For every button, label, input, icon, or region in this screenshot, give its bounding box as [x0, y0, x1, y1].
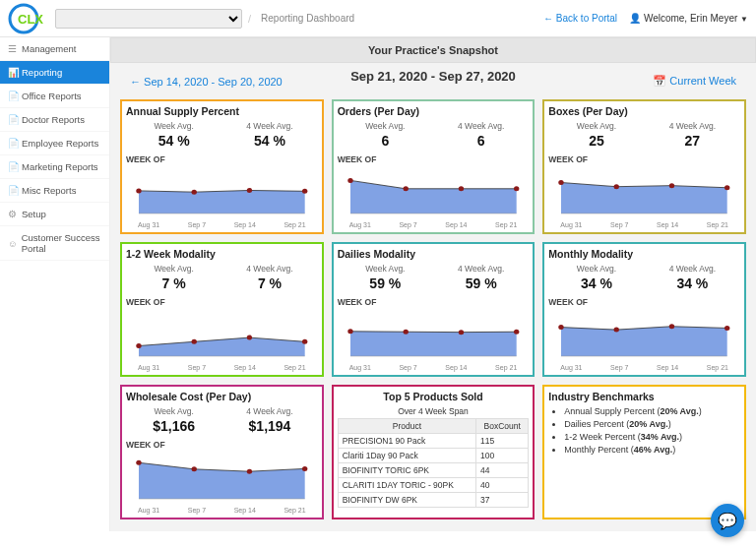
svg-point-9	[458, 186, 463, 191]
sidebar-item-reporting[interactable]: 📊Reporting	[0, 61, 109, 85]
week-avg-value: 7 %	[126, 274, 221, 295]
sidebar-item-employee-reports[interactable]: 📄Employee Reports	[0, 132, 109, 155]
table-row: Clariti 1Day 90 Pack100	[338, 449, 529, 463]
svg-point-22	[347, 329, 352, 334]
svg-point-8	[403, 186, 408, 191]
x-tick: Aug 31	[138, 364, 159, 371]
x-tick: Aug 31	[138, 221, 159, 228]
sidebar-item-label: Setup	[22, 209, 46, 219]
card-title: Monthly Modality	[548, 248, 740, 260]
x-tick: Sep 21	[284, 364, 305, 371]
table-row: BIOFINITY TORIC 6PK44	[338, 463, 529, 478]
menu-icon: 📄	[8, 185, 18, 196]
product-cell: BIOFINITY DW 6PK	[338, 493, 475, 508]
sidebar-item-label: Employee Reports	[22, 138, 98, 149]
card-wholesale: Wholesale Cost (Per Day)Week Avg.$1,1664…	[120, 385, 324, 519]
week-avg-label: Week Avg.	[548, 264, 644, 274]
week-avg-value: 34 %	[548, 274, 644, 295]
svg-point-7	[347, 178, 352, 183]
sidebar: ☰Management📊Reporting📄Office Reports📄Doc…	[0, 37, 110, 531]
menu-icon: 📄	[8, 114, 18, 125]
x-tick: Sep 14	[234, 221, 256, 228]
week-avg-label: Week Avg.	[126, 121, 221, 131]
card-title: Orders (Per Day)	[338, 105, 530, 117]
table-row: BIOFINITY DW 6PK37	[338, 493, 529, 508]
svg-point-5	[302, 189, 307, 194]
x-tick: Aug 31	[560, 221, 582, 228]
main-content: Your Practice's Snapshot ← Sep 14, 2020 …	[110, 37, 756, 531]
svg-point-14	[669, 183, 674, 188]
x-tick: Sep 7	[610, 364, 628, 371]
card-title: Wholesale Cost (Per Day)	[126, 391, 318, 402]
svg-point-27	[559, 325, 564, 330]
four-week-avg-label: 4 Week Avg.	[221, 264, 317, 274]
col-product: Product	[338, 419, 475, 434]
week-of-label: WEEK OF	[126, 297, 318, 307]
card-title: Boxes (Per Day)	[548, 105, 740, 117]
svg-point-33	[192, 466, 197, 471]
x-tick: Sep 7	[188, 507, 206, 514]
sidebar-item-doctor-reports[interactable]: 📄Doctor Reports	[0, 108, 109, 132]
current-week-link[interactable]: 📅 Current Week	[653, 75, 736, 88]
sidebar-item-management[interactable]: ☰Management	[0, 37, 109, 61]
x-tick: Sep 14	[234, 364, 256, 371]
benchmark-item: Dailies Percent (20% Avg.)	[564, 419, 740, 429]
svg-point-19	[247, 336, 252, 340]
week-avg-label: Week Avg.	[338, 264, 433, 274]
menu-icon: 📄	[8, 161, 18, 172]
prev-week-link[interactable]: ← Sep 14, 2020 - Sep 20, 2020	[130, 76, 283, 88]
count-cell: 115	[476, 434, 529, 449]
sidebar-item-label: Reporting	[22, 67, 62, 78]
svg-point-20	[302, 339, 307, 344]
sidebar-item-misc-reports[interactable]: 📄Misc Reports	[0, 179, 109, 203]
week-avg-value: $1,166	[126, 416, 221, 438]
top5-table: ProductBoxCountPRECISION1 90 Pack115Clar…	[338, 418, 530, 508]
svg-point-4	[247, 188, 252, 193]
user-icon: 👤	[629, 13, 641, 24]
x-tick: Sep 7	[188, 364, 206, 371]
card-title: 1-2 Week Modality	[126, 248, 318, 260]
sidebar-item-label: Management	[22, 43, 76, 54]
four-week-avg-label: 4 Week Avg.	[645, 121, 740, 131]
sidebar-item-setup[interactable]: ⚙Setup	[0, 203, 109, 226]
svg-point-12	[559, 180, 564, 185]
sidebar-item-office-reports[interactable]: 📄Office Reports	[0, 85, 109, 108]
card-title: Industry Benchmarks	[548, 391, 740, 402]
sidebar-item-label: Misc Reports	[22, 185, 76, 196]
week-avg-value: 59 %	[338, 274, 433, 295]
week-of-label: WEEK OF	[126, 154, 318, 164]
four-week-avg-label: 4 Week Avg.	[433, 121, 529, 131]
table-row: PRECISION1 90 Pack115	[338, 434, 529, 449]
top-bar: CLX / Reporting Dashboard ← Back to Port…	[0, 0, 756, 37]
x-tick: Sep 14	[234, 507, 256, 514]
count-cell: 44	[476, 463, 529, 478]
card-title: Annual Supply Percent	[126, 105, 318, 117]
chat-fab[interactable]: 💬	[711, 504, 744, 537]
sidebar-item-customer-success-portal[interactable]: ☺Customer Success Portal	[0, 226, 109, 261]
week-avg-label: Week Avg.	[126, 406, 221, 416]
x-tick: Sep 21	[284, 507, 305, 514]
card-mod12: 1-2 Week ModalityWeek Avg.7 %4 Week Avg.…	[120, 242, 324, 377]
welcome-text[interactable]: 👤 Welcome, Erin Meyer ▼	[629, 13, 748, 24]
x-tick: Sep 21	[707, 364, 728, 371]
product-cell: CLARITI 1DAY TORIC - 90PK	[338, 478, 475, 493]
practice-select[interactable]	[55, 9, 242, 29]
count-cell: 37	[476, 493, 529, 508]
table-row: CLARITI 1DAY TORIC - 90PK40	[338, 478, 529, 493]
x-tick: Sep 7	[610, 221, 628, 228]
current-date-range: Sep 21, 2020 - Sep 27, 2020	[350, 69, 516, 84]
back-to-portal-link[interactable]: ← Back to Portal	[543, 13, 617, 24]
x-tick: Sep 21	[707, 221, 728, 228]
product-cell: PRECISION1 90 Pack	[338, 434, 475, 449]
svg-text:CLX: CLX	[18, 12, 43, 27]
menu-icon: 📄	[8, 91, 18, 101]
svg-point-34	[247, 469, 252, 474]
sidebar-item-marketing-reports[interactable]: 📄Marketing Reports	[0, 155, 109, 179]
x-tick: Sep 14	[657, 221, 678, 228]
svg-point-2	[136, 188, 141, 193]
week-of-label: WEEK OF	[548, 297, 740, 307]
four-week-avg-label: 4 Week Avg.	[221, 121, 317, 131]
week-of-label: WEEK OF	[548, 154, 740, 164]
x-tick: Aug 31	[138, 507, 159, 514]
benchmark-item: Annual Supply Percent (20% Avg.)	[564, 406, 740, 416]
